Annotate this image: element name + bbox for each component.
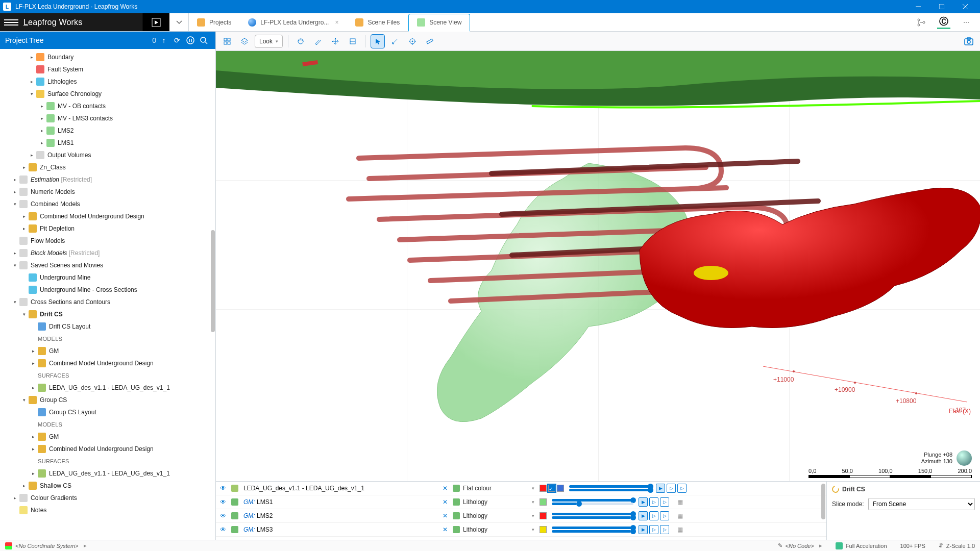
- remove-icon[interactable]: ✕: [443, 526, 448, 533]
- project-tree[interactable]: ▸BoundaryFault System▸Lithologies▾Surfac…: [0, 49, 215, 540]
- zscale-status[interactable]: ⇵ Z-Scale 1.0: [939, 542, 975, 549]
- draw-icon[interactable]: [311, 34, 325, 48]
- info-icon[interactable]: ▦: [677, 512, 683, 519]
- pause-icon[interactable]: [184, 34, 197, 47]
- layer-name[interactable]: LEDA_UG_des_v1.1 - LEDA_UG_des_v1_1: [243, 485, 437, 492]
- style-select[interactable]: Flat colour▾: [453, 485, 534, 492]
- opacity-sliders[interactable]: [552, 527, 633, 533]
- tree-item[interactable]: MODELS: [0, 418, 215, 431]
- tree-item[interactable]: Fault System: [0, 63, 215, 76]
- tree-item[interactable]: Underground Mine - Cross Sections: [0, 284, 215, 296]
- sort-up-icon[interactable]: ↑: [157, 34, 170, 47]
- tree-item[interactable]: ▸GM: [0, 345, 215, 357]
- opacity-sliders[interactable]: [569, 485, 651, 491]
- plane-icon[interactable]: [346, 34, 360, 48]
- tree-item[interactable]: ▸Colour Gradients: [0, 492, 215, 504]
- tree-item[interactable]: ▸Combined Model Underground Design: [0, 443, 215, 455]
- tree-item[interactable]: ▸GM: [0, 431, 215, 443]
- breadcrumb-dropdown[interactable]: [169, 13, 189, 31]
- render-modes[interactable]: ▶▷▷: [639, 525, 669, 534]
- remove-icon[interactable]: ✕: [443, 498, 448, 506]
- render-modes[interactable]: ▶▷▷: [656, 484, 687, 493]
- tree-item[interactable]: ▾Cross Sections and Contours: [0, 296, 215, 308]
- visibility-icon[interactable]: 👁: [220, 498, 226, 506]
- tree-item[interactable]: ▸LEDA_UG_des_v1.1 - LEDA_UG_des_v1_1: [0, 467, 215, 480]
- visibility-icon[interactable]: 👁: [220, 526, 226, 533]
- layer-name[interactable]: GM: LMS1: [243, 498, 437, 506]
- close-button[interactable]: [953, 0, 977, 13]
- tree-item[interactable]: ▸LMS2: [0, 124, 215, 137]
- tree-item[interactable]: Notes: [0, 504, 215, 516]
- move-icon[interactable]: [328, 34, 342, 48]
- opacity-sliders[interactable]: [552, 513, 633, 519]
- visibility-icon[interactable]: 👁: [220, 512, 226, 519]
- remove-icon[interactable]: ✕: [443, 512, 448, 519]
- tree-item[interactable]: ▸Lithologies: [0, 76, 215, 88]
- tree-item[interactable]: ▸Numeric Models: [0, 186, 215, 198]
- tree-item[interactable]: ▾Combined Models: [0, 198, 215, 210]
- code-status[interactable]: ✎ <No Code>: [778, 542, 822, 549]
- tree-item[interactable]: SURFACES: [0, 455, 215, 467]
- tree-item[interactable]: ▸Combined Model Underground Design: [0, 210, 215, 222]
- grid-icon[interactable]: [220, 34, 234, 48]
- tree-item[interactable]: ▸Zn_Class: [0, 161, 215, 173]
- select-icon[interactable]: [371, 34, 385, 48]
- edit-icon[interactable]: [388, 34, 402, 48]
- tree-item[interactable]: ▸LMS1: [0, 137, 215, 149]
- tab-lfplx[interactable]: LF-PLX Leda Undergro...×: [240, 13, 347, 31]
- target-icon[interactable]: [405, 34, 420, 48]
- slice-mode-select[interactable]: From Scene: [868, 498, 975, 510]
- layer-name[interactable]: GM: LMS2: [243, 512, 437, 519]
- maximize-button[interactable]: [930, 0, 953, 13]
- branch-icon[interactable]: [916, 17, 927, 28]
- tree-item[interactable]: Underground Mine: [0, 271, 215, 284]
- tab-scene-view[interactable]: Scene View: [408, 14, 470, 32]
- tab-scene-files[interactable]: Scene Files: [347, 13, 408, 31]
- tree-item[interactable]: ▾Group CS: [0, 394, 215, 406]
- visibility-icon[interactable]: 👁: [220, 485, 226, 492]
- remove-icon[interactable]: ✕: [443, 485, 448, 492]
- tree-item[interactable]: ▸Estimation [Restricted]: [0, 173, 215, 186]
- screenshot-icon[interactable]: [962, 34, 976, 48]
- tree-item[interactable]: ▾Drift CS: [0, 308, 215, 320]
- look-dropdown[interactable]: Look▾: [255, 35, 283, 48]
- swatches[interactable]: ✓: [540, 485, 564, 492]
- scrollbar[interactable]: [821, 484, 825, 519]
- tree-item[interactable]: ▸MV - OB contacts: [0, 100, 215, 112]
- tree-item[interactable]: ▾Surface Chronology: [0, 88, 215, 100]
- refresh-icon[interactable]: ⟳: [170, 34, 184, 47]
- layer-name[interactable]: GM: LMS3: [243, 526, 437, 533]
- play-button[interactable]: [142, 13, 169, 31]
- tree-item[interactable]: ▸LEDA_UG_des_v1.1 - LEDA_UG_des_v1_1: [0, 382, 215, 394]
- more-icon[interactable]: ⋯: [961, 17, 972, 28]
- opacity-sliders[interactable]: [552, 499, 633, 505]
- tree-item[interactable]: Group CS Layout: [0, 406, 215, 418]
- tree-item[interactable]: ▾Saved Scenes and Movies: [0, 259, 215, 271]
- menu-button[interactable]: [4, 15, 18, 30]
- tree-item[interactable]: ▸Combined Model Underground Design: [0, 357, 215, 369]
- tree-item[interactable]: ▸Pit Depletion: [0, 222, 215, 235]
- close-icon[interactable]: ×: [335, 19, 338, 26]
- scrollbar[interactable]: [211, 230, 215, 332]
- orbit-icon[interactable]: [293, 34, 308, 48]
- tree-item[interactable]: ▸Shallow CS: [0, 480, 215, 492]
- tree-item[interactable]: ▸Boundary: [0, 51, 215, 63]
- tree-item[interactable]: SURFACES: [0, 369, 215, 382]
- swatches[interactable]: [540, 512, 547, 519]
- tree-item[interactable]: Drift CS Layout: [0, 320, 215, 333]
- tree-item[interactable]: ▸Block Models [Restricted]: [0, 247, 215, 259]
- info-icon[interactable]: ▦: [677, 498, 683, 506]
- render-modes[interactable]: ▶▷▷: [639, 497, 669, 507]
- search-icon[interactable]: [197, 34, 210, 47]
- layers-icon[interactable]: [237, 34, 252, 48]
- swatches[interactable]: [540, 526, 547, 533]
- coord-system[interactable]: <No Coordinate System>: [5, 542, 87, 549]
- compass[interactable]: Plunge +08 Azimuth 130: [921, 450, 972, 466]
- info-icon[interactable]: ▦: [677, 526, 683, 533]
- tab-projects[interactable]: Projects: [189, 13, 240, 31]
- render-modes[interactable]: ▶▷▷: [639, 511, 669, 520]
- central-icon[interactable]: Ⓒ: [937, 15, 950, 29]
- style-select[interactable]: Lithology▾: [453, 498, 534, 506]
- tree-item[interactable]: ▸Output Volumes: [0, 149, 215, 161]
- ruler-icon[interactable]: [423, 34, 437, 48]
